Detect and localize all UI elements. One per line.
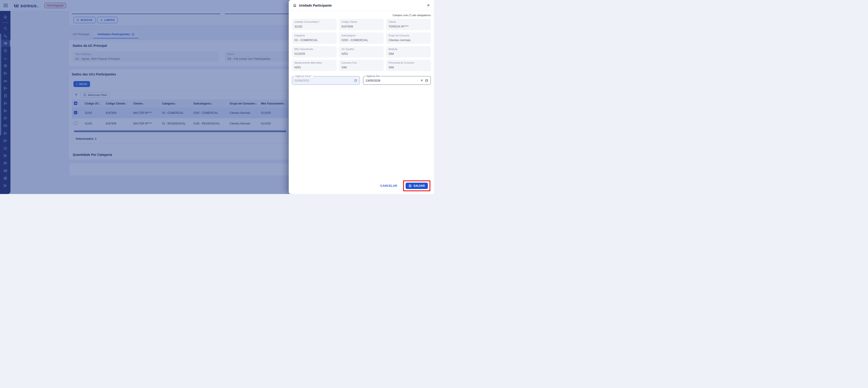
close-icon[interactable]: ✕ (427, 4, 430, 7)
field-label: Cliente (389, 21, 428, 23)
field-label: Grupo de Consumo (389, 34, 428, 37)
panel-field: Unidade Consumidora *31192 (292, 19, 337, 30)
required-note: Campos com (*) são obrigatórios (292, 14, 431, 17)
field-value: 6197808 (341, 25, 381, 28)
app-root: ɯ somus . Homologação $ BUSCAR LIMPAR UC… (0, 0, 434, 194)
field-value: 31192 (294, 25, 334, 28)
field-label: Vigência Início * (294, 75, 313, 77)
clear-icon[interactable]: ✕ (421, 78, 423, 82)
vigencia-inicio-field: Vigência Início *01/08/2023 (292, 76, 360, 85)
calendar-icon[interactable] (354, 79, 358, 82)
panel-field: MediçãoSIM (386, 46, 431, 58)
panel-header: Unidade Participante ✕ (289, 0, 434, 11)
field-label: Percentual do Consumo (389, 61, 428, 64)
field-label: Código Cliente (341, 21, 381, 23)
panel-field: Abastecimento AlternativoNÃO (292, 60, 337, 71)
panel-field: ClienteTERESA RI**** (386, 19, 431, 30)
salvar-button[interactable]: SALVAR (406, 183, 428, 189)
save-highlight-box: SALVAR (403, 181, 430, 191)
field-label: Abastecimento Alternativo (294, 61, 334, 64)
home-icon (293, 3, 297, 7)
field-label: Subcategoria (341, 34, 381, 37)
field-label: Categoria (294, 34, 334, 37)
panel-title: Unidade Participante (299, 4, 332, 7)
field-value: TERESA RI**** (389, 25, 428, 28)
field-value: 01/2025 (294, 52, 334, 56)
field-value: SIM (389, 52, 428, 56)
calendar-icon[interactable] (425, 79, 428, 82)
panel-field: Subcategoria0200 - COMERCIAL (339, 32, 384, 44)
panel-field: UC EspelhoNÃO (339, 46, 384, 58)
field-label: UC Espelho (341, 48, 381, 51)
field-label: Consumo Fixo (341, 61, 381, 64)
field-value[interactable]: 13/05/2026 (366, 79, 421, 82)
cancelar-button[interactable]: CANCELAR (380, 184, 397, 187)
field-value: 03 - COMERCIAL (294, 38, 334, 42)
field-label: Medição (389, 48, 428, 51)
panel-footer: CANCELAR SALVAR (289, 177, 434, 194)
panel-field: Categoria03 - COMERCIAL (292, 32, 337, 44)
field-value: SIM (389, 66, 428, 69)
panel-field: Código Cliente6197808 (339, 19, 384, 30)
field-label: Vigência Fim (365, 75, 381, 77)
field-value: 01/08/2023 (294, 79, 354, 82)
field-value: Clientes normais (389, 38, 428, 42)
panel-body: Campos com (*) são obrigatórios Unidade … (289, 14, 434, 85)
field-label: Mês Faturamento (294, 48, 334, 51)
field-value: NÃO (341, 52, 381, 56)
vigencia-fim-field[interactable]: Vigência Fim13/05/2026✕ (363, 76, 431, 85)
field-value: 0200 - COMERCIAL (341, 38, 381, 42)
field-value: SIM (341, 66, 381, 69)
unidade-participante-panel: Unidade Participante ✕ Campos com (*) sã… (289, 0, 434, 194)
field-value: NÃO (294, 66, 334, 69)
panel-field: Consumo FixoSIM (339, 60, 384, 71)
panel-field: Grupo de ConsumoClientes normais (386, 32, 431, 44)
save-icon (408, 184, 412, 187)
panel-field: Percentual do ConsumoSIM (386, 60, 431, 71)
panel-field: Mês Faturamento01/2025 (292, 46, 337, 58)
salvar-label: SALVAR (413, 184, 425, 187)
field-label: Unidade Consumidora * (294, 21, 334, 23)
